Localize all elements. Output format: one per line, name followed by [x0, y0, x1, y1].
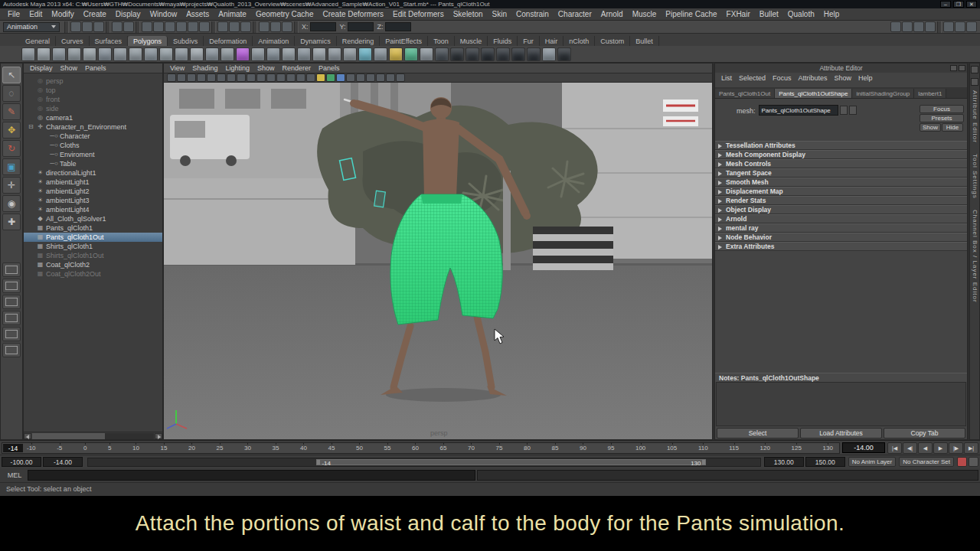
shelf-icon[interactable]	[236, 47, 250, 61]
menu-item[interactable]: FXHair	[722, 10, 755, 18]
show-manipulator-icon[interactable]: ✚	[2, 214, 21, 230]
outliner-item[interactable]: ◎ persp	[24, 77, 162, 86]
shelf-tab[interactable]: Curves	[56, 36, 90, 46]
command-language-toggle[interactable]: MEL	[2, 471, 28, 479]
tool-settings-toggle-icon[interactable]	[955, 21, 965, 32]
render-current-frame-icon[interactable]	[259, 21, 270, 32]
show-button[interactable]: Show	[920, 123, 941, 132]
shadows-icon[interactable]	[326, 73, 335, 82]
outliner-item[interactable]: ─○ Cloths	[24, 141, 162, 150]
two-pane-stacked-layout-button[interactable]	[2, 311, 21, 325]
shelf-icon[interactable]	[220, 47, 234, 61]
shelf-icon[interactable]	[389, 47, 403, 61]
select-button[interactable]: Select	[717, 428, 799, 439]
outliner-item[interactable]: ⊟ ✛ Character_n_Environment	[24, 122, 162, 132]
paint-select-tool-icon[interactable]: ✎	[2, 103, 21, 120]
outliner-item[interactable]: ─○ Character	[24, 132, 162, 141]
shelf-tab[interactable]: Surfaces	[90, 36, 129, 46]
shelf-tab[interactable]: nCloth	[564, 36, 595, 46]
shelf-icon[interactable]	[435, 47, 449, 61]
panel-menu-item[interactable]: Attributes	[799, 74, 828, 83]
notes-textarea[interactable]	[716, 382, 966, 426]
character-set-dropdown[interactable]: No Character Set	[899, 457, 954, 467]
undo-icon[interactable]	[112, 21, 122, 32]
sidebar-vertical-tab[interactable]: Attribute Editor	[972, 90, 978, 143]
play-forward-button[interactable]: ▶	[933, 442, 948, 454]
attribute-section-header[interactable]: Tessellation Attributes	[715, 141, 967, 150]
attribute-section-header[interactable]: Mesh Component Display	[715, 150, 967, 159]
menu-item[interactable]: Bullet	[755, 10, 783, 18]
sidebar-vertical-tab[interactable]: Tool Settings	[972, 154, 978, 199]
snap-view-icon[interactable]	[199, 21, 210, 32]
outliner-item[interactable]: ─○ Enviroment	[24, 150, 162, 159]
single-pane-layout-button[interactable]	[2, 262, 21, 277]
attribute-editor-toggle-icon[interactable]	[943, 21, 954, 32]
shelf-icon[interactable]	[113, 47, 127, 61]
panel-menu-item[interactable]: Show	[60, 64, 78, 73]
panel-menu-item[interactable]: Renderer	[282, 64, 311, 73]
shelf-icon[interactable]	[37, 47, 51, 61]
outliner-item[interactable]: ▦ Pants_qlCloth1	[24, 223, 162, 233]
range-start-handle[interactable]	[317, 460, 320, 465]
snap-curve-icon[interactable]	[153, 21, 164, 32]
panel-menu-item[interactable]: List	[721, 74, 732, 83]
isolate-select-icon[interactable]	[376, 73, 385, 82]
output-connections-icon[interactable]	[229, 21, 240, 32]
use-all-lights-icon[interactable]	[316, 73, 325, 82]
outliner-item[interactable]: ─○ Table	[24, 159, 162, 168]
shelf-icon[interactable]	[328, 47, 341, 61]
show-attribute-editor-icon[interactable]	[971, 66, 978, 73]
panel-menu-item[interactable]: Show	[257, 64, 275, 73]
wireframe-mode-icon[interactable]	[286, 73, 296, 82]
shelf-icon[interactable]	[343, 47, 357, 61]
shelf-icon[interactable]	[144, 47, 158, 61]
open-scene-icon[interactable]	[82, 21, 93, 32]
shelf-icon[interactable]	[282, 47, 296, 61]
two-pane-side-layout-button[interactable]	[2, 295, 21, 309]
list-history-icon[interactable]	[840, 106, 848, 115]
highlight-selection-icon[interactable]	[925, 21, 936, 32]
shelf-icon[interactable]	[129, 47, 142, 61]
shelf-icon[interactable]	[481, 47, 495, 61]
show-channel-box-icon[interactable]	[971, 78, 978, 86]
shelf-icon[interactable]	[190, 47, 204, 61]
menu-item[interactable]: Create	[79, 10, 111, 18]
shelf-icon[interactable]	[542, 47, 556, 61]
component-selection-icon[interactable]	[913, 21, 924, 32]
menu-item[interactable]: Assets	[181, 10, 214, 18]
move-tool-icon[interactable]: ✥	[2, 122, 21, 139]
shelf-icon[interactable]	[312, 47, 326, 61]
persp-outliner-layout-button[interactable]	[2, 327, 21, 341]
shelf-tab[interactable]: Custom	[595, 36, 630, 46]
outliner-item[interactable]: ▦ Coat_qlCloth2	[24, 260, 162, 269]
shelf-icon[interactable]	[159, 47, 173, 61]
outliner-item[interactable]: ◎ camera1	[24, 113, 162, 122]
shelf-icon[interactable]	[251, 47, 265, 61]
panel-menu-item[interactable]: Focus	[773, 74, 792, 83]
outliner-item[interactable]: ▦ Shirts_qlCloth1	[24, 242, 162, 251]
scroll-right-icon[interactable]	[155, 433, 162, 439]
outliner-item[interactable]: ◎ top	[24, 86, 162, 95]
shelf-icon[interactable]	[358, 47, 372, 61]
safe-title-icon[interactable]	[276, 73, 286, 82]
shelf-icon[interactable]	[420, 47, 433, 61]
shaded-mode-icon[interactable]	[296, 73, 305, 82]
film-gate-icon[interactable]	[227, 73, 236, 82]
shelf-icon[interactable]	[21, 47, 35, 61]
shelf-tab[interactable]: Hair	[540, 36, 564, 46]
motion-blur-icon[interactable]	[346, 73, 355, 82]
shelf-icon[interactable]	[511, 47, 525, 61]
shelf-icon[interactable]	[205, 47, 219, 61]
step-back-button[interactable]: ◀|	[903, 442, 917, 454]
attribute-section-header[interactable]: Tangent Space	[715, 168, 967, 178]
outliner-item[interactable]: ◎ side	[24, 104, 162, 113]
shelf-icon[interactable]	[266, 47, 280, 61]
shelf-tab[interactable]: Dynamics	[295, 36, 337, 46]
shelf-icon[interactable]	[466, 47, 479, 61]
status-separator[interactable]	[937, 21, 942, 33]
panel-menu-item[interactable]: Lighting	[225, 64, 250, 73]
scroll-left-icon[interactable]	[24, 433, 31, 439]
channel-box-toggle-icon[interactable]	[966, 21, 977, 32]
playback-end-field[interactable]: 130.00	[764, 457, 804, 467]
shelf-tab[interactable]: Toon	[428, 36, 455, 46]
